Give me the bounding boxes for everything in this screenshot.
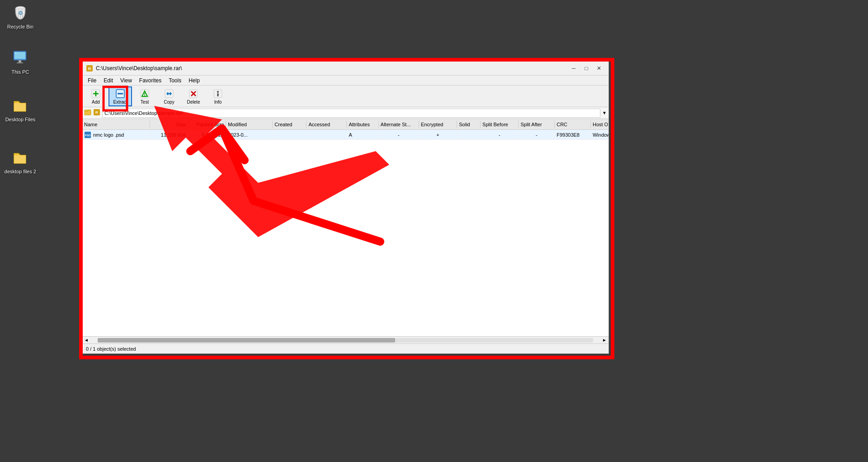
menu-favorites[interactable]: Favorites [136, 76, 165, 85]
menu-help[interactable]: Help [185, 76, 203, 85]
desktop-files-label: Desktop Files [5, 117, 36, 123]
col-solid[interactable]: Solid [457, 121, 481, 128]
file-splitbefore: - [481, 131, 519, 138]
scrollbar-thumb[interactable] [98, 338, 395, 343]
file-name-cell: PSD nmc logo .psd [82, 130, 150, 139]
extract-label: Extract [113, 100, 127, 105]
svg-text:R: R [95, 110, 98, 114]
menu-edit[interactable]: Edit [100, 76, 117, 85]
svg-rect-27 [85, 110, 91, 115]
col-altstream[interactable]: Alternate St... [379, 121, 419, 128]
desktop-files-2-icon[interactable]: desktop files 2 [2, 147, 38, 176]
desktop-files-2-label: desktop files 2 [5, 169, 36, 175]
recycle-bin-image: ♻ [11, 4, 29, 22]
col-splitafter[interactable]: Split After [519, 121, 555, 128]
file-crc: F99303E8 [555, 131, 591, 138]
address-bar: R ▼ [82, 107, 609, 119]
recycle-bin-icon[interactable]: ♻ Recycle Bin [2, 2, 38, 32]
scroll-right-btn[interactable]: ► [600, 338, 609, 343]
toolbar: Add Extract Tes [82, 86, 609, 107]
delete-icon [188, 88, 199, 99]
status-text: 0 / 1 object(s) selected [86, 346, 136, 352]
col-name[interactable]: Name [82, 121, 150, 128]
file-size: 11 339 604 [150, 131, 188, 138]
column-headers: Name Size Packed Size Modified Created A… [82, 119, 609, 130]
table-row[interactable]: PSD nmc logo .psd 11 339 604 6 315 424 2… [82, 130, 609, 140]
svg-point-16 [144, 95, 145, 96]
extract-button[interactable]: Extract [108, 86, 132, 106]
test-icon [139, 88, 150, 99]
window-title: C:\Users\Vince\Desktop\sample.rar\ [96, 65, 568, 71]
col-packed[interactable]: Packed Size [188, 121, 226, 128]
desktop-files-2-image [11, 149, 29, 167]
this-pc-image [11, 49, 29, 67]
file-created [273, 134, 307, 136]
delete-label: Delete [187, 100, 200, 105]
window-controls: ─ □ ✕ [568, 63, 605, 73]
this-pc-icon[interactable]: This PC [2, 48, 38, 77]
test-button[interactable]: Test [133, 86, 156, 106]
title-bar: R C:\Users\Vince\Desktop\sample.rar\ ─ □… [82, 61, 609, 76]
psd-file-icon: PSD [84, 131, 91, 138]
copy-button[interactable]: Copy [157, 86, 181, 106]
col-encrypted[interactable]: Encrypted [419, 121, 457, 128]
file-altstream: - [379, 131, 419, 138]
scrollbar-track[interactable] [98, 338, 593, 343]
menu-view[interactable]: View [117, 76, 136, 85]
add-label: Add [92, 100, 100, 105]
test-label: Test [141, 100, 149, 105]
col-created[interactable]: Created [273, 121, 307, 128]
info-button[interactable]: Info [206, 86, 230, 106]
address-dropdown-arrow[interactable]: ▼ [602, 110, 607, 115]
add-icon [90, 88, 101, 99]
copy-label: Copy [164, 100, 174, 105]
maximize-button[interactable]: □ [580, 63, 592, 73]
svg-rect-26 [217, 93, 219, 96]
svg-rect-5 [17, 62, 23, 63]
address-icon-2: R [93, 109, 100, 117]
desktop-files-icon[interactable]: Desktop Files [2, 95, 38, 124]
this-pc-label: This PC [11, 69, 29, 75]
svg-text:R: R [88, 67, 91, 71]
col-crc[interactable]: CRC [555, 121, 591, 128]
svg-text:PSD: PSD [85, 134, 91, 137]
col-size[interactable]: Size [150, 121, 188, 128]
close-button[interactable]: ✕ [593, 63, 605, 73]
info-label: Info [214, 100, 222, 105]
file-attributes: A [347, 131, 378, 138]
add-button[interactable]: Add [84, 86, 108, 106]
svg-text:♻: ♻ [18, 10, 23, 16]
file-modified: 2023-0... [226, 131, 273, 138]
status-bar: 0 / 1 object(s) selected [82, 343, 609, 353]
file-encrypted: + [419, 131, 457, 138]
file-list: Name Size Packed Size Modified Created A… [82, 119, 609, 336]
address-bar-icon [84, 109, 91, 117]
scroll-left-btn[interactable]: ◄ [82, 338, 90, 343]
extract-icon [115, 88, 126, 99]
file-accessed [307, 134, 347, 136]
col-attributes[interactable]: Attributes [347, 121, 378, 128]
recycle-bin-label: Recycle Bin [7, 24, 33, 30]
winrar-app-icon: R [86, 65, 93, 72]
file-packed: 6 315 424 [188, 131, 226, 138]
copy-icon [164, 88, 175, 99]
menu-file[interactable]: File [84, 76, 100, 85]
col-modified[interactable]: Modified [226, 121, 273, 128]
svg-rect-4 [19, 60, 21, 62]
winrar-window: R C:\Users\Vince\Desktop\sample.rar\ ─ □… [82, 61, 609, 354]
col-accessed[interactable]: Accessed [307, 121, 347, 128]
menu-bar: File Edit View Favorites Tools Help [82, 76, 609, 86]
file-hostos: Window... [591, 131, 609, 138]
col-hostos[interactable]: Host OS [591, 121, 609, 128]
file-name: nmc logo .psd [93, 132, 124, 138]
address-input[interactable] [102, 109, 600, 118]
menu-tools[interactable]: Tools [165, 76, 185, 85]
svg-point-25 [217, 91, 219, 93]
file-splitafter: - [519, 131, 555, 138]
horizontal-scrollbar[interactable]: ◄ ► [82, 336, 609, 343]
desktop-files-image [11, 97, 29, 115]
col-splitbefore[interactable]: Split Before [481, 121, 519, 128]
delete-button[interactable]: Delete [182, 86, 205, 106]
info-icon [212, 88, 223, 99]
minimize-button[interactable]: ─ [568, 63, 580, 73]
